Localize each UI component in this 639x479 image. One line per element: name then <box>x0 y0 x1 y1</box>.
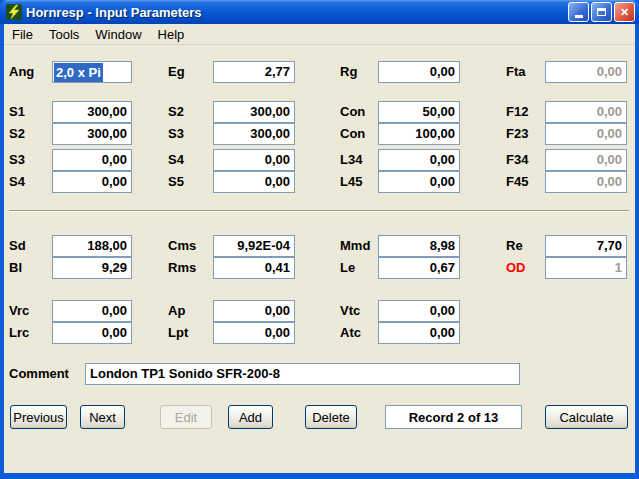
field-l34-input[interactable]: 0,00 <box>378 149 460 171</box>
field-f23-input: 0,00 <box>545 123 627 145</box>
field-rg-input[interactable]: 0,00 <box>378 61 460 83</box>
field-f34-label: F34 <box>506 149 528 171</box>
minimize-icon[interactable] <box>568 2 589 22</box>
field-ang-label: Ang <box>9 61 34 83</box>
app-icon <box>6 4 22 20</box>
field-od-label: OD <box>506 257 526 279</box>
field-eg-input[interactable]: 2,77 <box>213 61 295 83</box>
field-f45-input: 0,00 <box>545 171 627 193</box>
menu-tools[interactable]: Tools <box>41 24 87 44</box>
field-con12-label: Con <box>340 101 365 123</box>
menu-file[interactable]: File <box>4 24 41 44</box>
field-l45-input[interactable]: 0,00 <box>378 171 460 193</box>
field-vtc-input[interactable]: 0,00 <box>378 300 460 322</box>
window-title: Hornresp - Input Parameters <box>26 5 568 20</box>
menu-help[interactable]: Help <box>150 24 193 44</box>
app-window: Hornresp - Input Parameters ✕ File Tools… <box>0 0 639 479</box>
field-s2-seg2-label: S2 <box>9 123 25 145</box>
field-bl-input[interactable]: 9,29 <box>52 257 132 279</box>
menu-window[interactable]: Window <box>87 24 149 44</box>
field-s3-seg3-input[interactable]: 0,00 <box>52 149 132 171</box>
field-s4-seg4-label: S4 <box>9 171 25 193</box>
previous-button[interactable]: Previous <box>10 405 67 429</box>
field-mmd-input[interactable]: 8,98 <box>378 235 460 257</box>
menubar: File Tools Window Help <box>4 24 635 45</box>
add-button[interactable]: Add <box>228 405 273 429</box>
field-s4-seg4-input[interactable]: 0,00 <box>52 171 132 193</box>
edit-button: Edit <box>160 405 212 429</box>
maximize-icon[interactable] <box>591 2 612 22</box>
field-l34-label: L34 <box>340 149 362 171</box>
field-sd-label: Sd <box>9 235 26 257</box>
field-f23-label: F23 <box>506 123 528 145</box>
field-fta-label: Fta <box>506 61 526 83</box>
field-lrc-label: Lrc <box>9 322 29 344</box>
field-s1-input[interactable]: 300,00 <box>52 101 132 123</box>
field-eg-label: Eg <box>168 61 185 83</box>
field-s4-seg3-input[interactable]: 0,00 <box>213 149 295 171</box>
field-cms-label: Cms <box>168 235 196 257</box>
field-cms-input[interactable]: 9,92E-04 <box>213 235 295 257</box>
field-mmd-label: Mmd <box>340 235 370 257</box>
field-rg-label: Rg <box>340 61 357 83</box>
field-s3-seg2-label: S3 <box>168 123 184 145</box>
field-lpt-input[interactable]: 0,00 <box>213 322 295 344</box>
next-button[interactable]: Next <box>80 405 125 429</box>
field-sd-input[interactable]: 188,00 <box>52 235 132 257</box>
window-controls: ✕ <box>568 2 635 22</box>
field-s5-input[interactable]: 0,00 <box>213 171 295 193</box>
field-atc-label: Atc <box>340 322 361 344</box>
close-icon[interactable]: ✕ <box>614 2 635 22</box>
field-f34-input: 0,00 <box>545 149 627 171</box>
field-ap-label: Ap <box>168 300 185 322</box>
field-s3-seg3-label: S3 <box>9 149 25 171</box>
field-atc-input[interactable]: 0,00 <box>378 322 460 344</box>
field-s2-seg1-label: S2 <box>168 101 184 123</box>
record-indicator: Record 2 of 13 <box>385 405 522 429</box>
field-con23-input[interactable]: 100,00 <box>378 123 460 145</box>
field-rms-label: Rms <box>168 257 196 279</box>
titlebar[interactable]: Hornresp - Input Parameters ✕ <box>0 0 639 24</box>
field-lrc-input[interactable]: 0,00 <box>52 322 132 344</box>
field-s4-seg3-label: S4 <box>168 149 184 171</box>
section-divider <box>9 210 629 212</box>
field-f12-input: 0,00 <box>545 101 627 123</box>
field-s2-seg1-input[interactable]: 300,00 <box>213 101 295 123</box>
field-vrc-label: Vrc <box>9 300 29 322</box>
field-vtc-label: Vtc <box>340 300 360 322</box>
delete-button[interactable]: Delete <box>305 405 357 429</box>
field-ang-selected-text: 2,0 x Pi <box>54 63 103 83</box>
field-con12-input[interactable]: 50,00 <box>378 101 460 123</box>
field-s3-seg2-input[interactable]: 300,00 <box>213 123 295 145</box>
field-od-input: 1 <box>545 257 627 279</box>
field-s1-label: S1 <box>9 101 25 123</box>
field-l45-label: L45 <box>340 171 362 193</box>
window-content: File Tools Window Help Ang 2,0 x Pi Eg 2… <box>4 24 635 473</box>
field-f12-label: F12 <box>506 101 528 123</box>
field-con23-label: Con <box>340 123 365 145</box>
calculate-button[interactable]: Calculate <box>545 405 628 429</box>
field-s2-seg2-input[interactable]: 300,00 <box>52 123 132 145</box>
field-bl-label: Bl <box>9 257 22 279</box>
comment-label: Comment <box>9 363 69 385</box>
field-ap-input[interactable]: 0,00 <box>213 300 295 322</box>
field-lpt-label: Lpt <box>168 322 188 344</box>
field-ang-input[interactable]: 2,0 x Pi <box>52 61 132 83</box>
field-f45-label: F45 <box>506 171 528 193</box>
field-fta-input: 0,00 <box>545 61 627 83</box>
field-s5-label: S5 <box>168 171 184 193</box>
field-vrc-input[interactable]: 0,00 <box>52 300 132 322</box>
field-le-input[interactable]: 0,67 <box>378 257 460 279</box>
comment-input[interactable]: London TP1 Sonido SFR-200-8 <box>85 363 520 385</box>
field-rms-input[interactable]: 0,41 <box>213 257 295 279</box>
field-le-label: Le <box>340 257 355 279</box>
field-re-input[interactable]: 7,70 <box>545 235 627 257</box>
field-re-label: Re <box>506 235 523 257</box>
